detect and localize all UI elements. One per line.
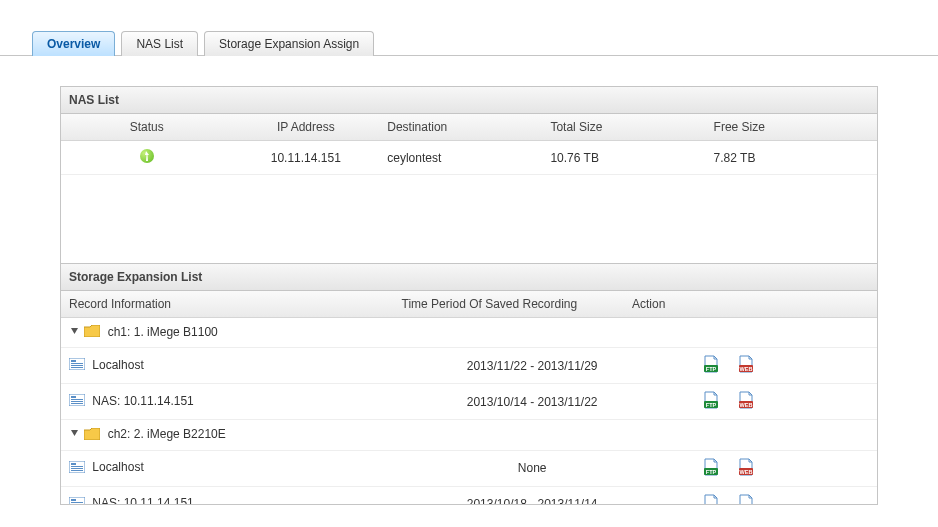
ip-cell: 10.11.14.151 — [232, 141, 379, 175]
server-icon — [69, 394, 85, 409]
nas-list-panel: NAS List Status IP Address Destination T… — [60, 86, 878, 264]
svg-text:FTP: FTP — [705, 402, 716, 408]
svg-rect-29 — [71, 502, 83, 503]
status-ok-icon — [140, 149, 154, 163]
tree-item-row[interactable]: Localhost None FTP WEB — [61, 450, 877, 486]
tree-item-row[interactable]: NAS: 10.11.14.151 2013/10/18 - 2013/11/1… — [61, 486, 877, 504]
tree-item-row[interactable]: Localhost 2013/11/22 - 2013/11/29 FTP WE… — [61, 348, 877, 384]
web-action-icon[interactable]: WEB — [737, 355, 755, 376]
svg-rect-20 — [71, 466, 83, 467]
svg-text:FTP: FTP — [705, 366, 716, 372]
item-period: 2013/11/22 - 2013/11/29 — [371, 348, 694, 384]
total-cell: 10.76 TB — [542, 141, 705, 175]
svg-rect-28 — [71, 499, 76, 501]
tab-overview[interactable]: Overview — [32, 31, 115, 56]
tab-storage-assign[interactable]: Storage Expansion Assign — [204, 31, 374, 56]
folder-icon — [84, 325, 100, 340]
server-icon — [69, 461, 85, 476]
svg-rect-11 — [71, 399, 83, 400]
svg-text:WEB: WEB — [740, 402, 753, 408]
svg-text:WEB: WEB — [740, 366, 753, 372]
item-label: Localhost — [92, 460, 143, 474]
free-cell: 7.82 TB — [706, 141, 877, 175]
web-action-icon[interactable]: WEB — [737, 391, 755, 412]
storage-expansion-panel: Storage Expansion List Record Informatio… — [60, 264, 878, 505]
tree-group-row[interactable]: ch2: 2. iMege B2210E — [61, 420, 877, 450]
item-label: NAS: 10.11.14.151 — [92, 496, 193, 504]
tree-group-row[interactable]: ch1: 1. iMege B1100 — [61, 318, 877, 348]
svg-rect-10 — [71, 396, 76, 398]
col-status[interactable]: Status — [61, 114, 232, 141]
nas-table: Status IP Address Destination Total Size… — [61, 114, 877, 141]
item-period: 2013/10/14 - 2013/11/22 — [371, 384, 694, 420]
exp-scroll-area[interactable]: ch1: 1. iMege B1100 Localhost 2013/11/22… — [61, 318, 877, 504]
table-row[interactable]: 10.11.14.151 ceylontest 10.76 TB 7.82 TB — [61, 141, 877, 175]
svg-rect-19 — [71, 463, 76, 465]
dest-cell: ceylontest — [379, 141, 542, 175]
collapse-icon[interactable] — [69, 325, 79, 339]
col-dest[interactable]: Destination — [379, 114, 542, 141]
exp-table: Record Information Time Period Of Saved … — [61, 291, 877, 318]
col-free[interactable]: Free Size — [706, 114, 877, 141]
svg-text:WEB: WEB — [740, 468, 753, 474]
tree-item-row[interactable]: NAS: 10.11.14.151 2013/10/14 - 2013/11/2… — [61, 384, 877, 420]
item-period: 2013/10/18 - 2013/11/14 — [371, 486, 694, 504]
ftp-action-icon[interactable]: FTP — [702, 494, 720, 504]
group-label: ch1: 1. iMege B1100 — [108, 325, 218, 339]
item-label: Localhost — [92, 358, 143, 372]
svg-rect-22 — [71, 470, 83, 471]
col-period[interactable]: Time Period Of Saved Recording — [355, 291, 624, 318]
item-period: None — [371, 450, 694, 486]
nas-list-title: NAS List — [61, 87, 877, 114]
svg-rect-4 — [71, 367, 83, 368]
tab-bar: Overview NAS List Storage Expansion Assi… — [0, 0, 938, 56]
svg-rect-13 — [71, 403, 83, 404]
svg-rect-2 — [71, 363, 83, 364]
col-record[interactable]: Record Information — [61, 291, 355, 318]
col-ip[interactable]: IP Address — [232, 114, 379, 141]
storage-expansion-title: Storage Expansion List — [61, 264, 877, 291]
collapse-icon[interactable] — [69, 427, 79, 441]
svg-rect-3 — [71, 365, 83, 366]
svg-rect-21 — [71, 468, 83, 469]
ftp-action-icon[interactable]: FTP — [702, 355, 720, 376]
server-icon — [69, 497, 85, 504]
server-icon — [69, 358, 85, 373]
web-action-icon[interactable]: WEB — [737, 494, 755, 504]
svg-rect-1 — [71, 360, 76, 362]
ftp-action-icon[interactable]: FTP — [702, 458, 720, 479]
col-total[interactable]: Total Size — [542, 114, 705, 141]
status-cell — [61, 141, 232, 175]
tab-nas-list[interactable]: NAS List — [121, 31, 198, 56]
ftp-action-icon[interactable]: FTP — [702, 391, 720, 412]
web-action-icon[interactable]: WEB — [737, 458, 755, 479]
col-action[interactable]: Action — [624, 291, 877, 318]
item-label: NAS: 10.11.14.151 — [92, 394, 193, 408]
folder-icon — [84, 428, 100, 443]
svg-rect-12 — [71, 401, 83, 402]
svg-text:FTP: FTP — [705, 468, 716, 474]
group-label: ch2: 2. iMege B2210E — [108, 427, 226, 441]
